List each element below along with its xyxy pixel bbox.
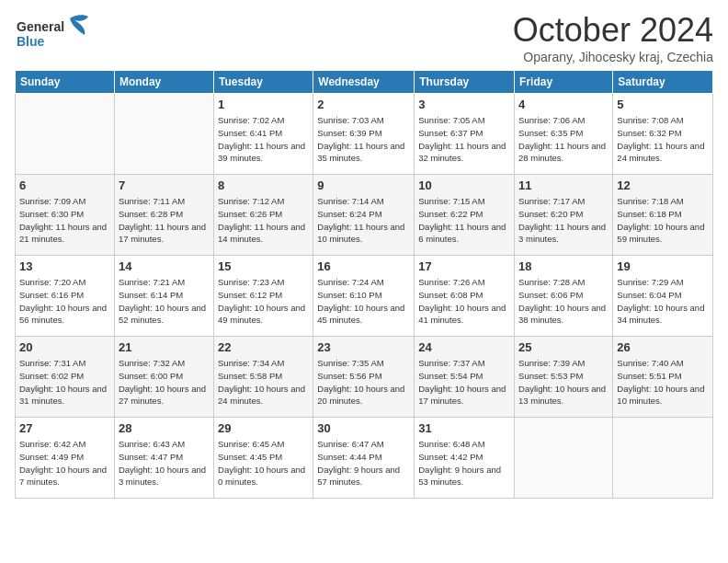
table-row: 23Sunrise: 7:35 AM Sunset: 5:56 PM Dayli… xyxy=(313,337,415,418)
table-row: 31Sunrise: 6:48 AM Sunset: 4:42 PM Dayli… xyxy=(415,418,515,499)
day-info: Sunrise: 7:32 AM Sunset: 6:00 PM Dayligh… xyxy=(119,357,210,408)
table-row: 22Sunrise: 7:34 AM Sunset: 5:58 PM Dayli… xyxy=(214,337,313,418)
table-row: 24Sunrise: 7:37 AM Sunset: 5:54 PM Dayli… xyxy=(415,337,515,418)
day-number: 24 xyxy=(418,339,510,356)
day-info: Sunrise: 6:47 AM Sunset: 4:44 PM Dayligh… xyxy=(317,438,410,488)
table-row: 16Sunrise: 7:24 AM Sunset: 6:10 PM Dayli… xyxy=(313,256,415,337)
day-info: Sunrise: 6:42 AM Sunset: 4:49 PM Dayligh… xyxy=(19,438,110,488)
day-info: Sunrise: 7:37 AM Sunset: 5:54 PM Dayligh… xyxy=(418,357,510,408)
day-number: 5 xyxy=(617,97,709,113)
day-info: Sunrise: 7:14 AM Sunset: 6:24 PM Dayligh… xyxy=(317,195,410,246)
day-number: 31 xyxy=(418,420,510,437)
col-tuesday: Tuesday xyxy=(214,71,313,94)
table-row: 4Sunrise: 7:06 AM Sunset: 6:35 PM Daylig… xyxy=(515,94,613,175)
day-info: Sunrise: 7:26 AM Sunset: 6:08 PM Dayligh… xyxy=(418,276,510,327)
day-number: 27 xyxy=(19,420,110,437)
table-row: 29Sunrise: 6:45 AM Sunset: 4:45 PM Dayli… xyxy=(214,418,313,499)
day-info: Sunrise: 7:11 AM Sunset: 6:28 PM Dayligh… xyxy=(119,195,210,246)
day-number: 12 xyxy=(617,178,709,194)
table-row: 9Sunrise: 7:14 AM Sunset: 6:24 PM Daylig… xyxy=(313,175,415,256)
day-number: 22 xyxy=(218,339,309,356)
col-thursday: Thursday xyxy=(415,71,515,94)
day-info: Sunrise: 7:20 AM Sunset: 6:16 PM Dayligh… xyxy=(19,276,110,327)
day-info: Sunrise: 7:34 AM Sunset: 5:58 PM Dayligh… xyxy=(218,357,309,408)
day-info: Sunrise: 6:43 AM Sunset: 4:47 PM Dayligh… xyxy=(119,438,210,488)
day-number: 26 xyxy=(617,339,709,356)
day-number: 20 xyxy=(19,339,110,356)
table-row: 12Sunrise: 7:18 AM Sunset: 6:18 PM Dayli… xyxy=(613,175,713,256)
calendar-week-1: 1Sunrise: 7:02 AM Sunset: 6:41 PM Daylig… xyxy=(16,94,713,175)
table-row: 30Sunrise: 6:47 AM Sunset: 4:44 PM Dayli… xyxy=(313,418,415,499)
day-info: Sunrise: 7:40 AM Sunset: 5:51 PM Dayligh… xyxy=(617,357,709,408)
page: General Blue October 2024 Oparany, Jihoc… xyxy=(0,0,728,563)
col-wednesday: Wednesday xyxy=(313,71,415,94)
table-row: 21Sunrise: 7:32 AM Sunset: 6:00 PM Dayli… xyxy=(114,337,213,418)
col-monday: Monday xyxy=(114,71,213,94)
title-area: October 2024 Oparany, Jihocesky kraj, Cz… xyxy=(513,11,713,64)
day-info: Sunrise: 7:15 AM Sunset: 6:22 PM Dayligh… xyxy=(418,195,510,246)
day-info: Sunrise: 7:08 AM Sunset: 6:32 PM Dayligh… xyxy=(617,114,709,165)
table-row: 25Sunrise: 7:39 AM Sunset: 5:53 PM Dayli… xyxy=(515,337,613,418)
logo: General Blue xyxy=(15,11,97,52)
subtitle: Oparany, Jihocesky kraj, Czechia xyxy=(513,50,713,64)
table-row: 28Sunrise: 6:43 AM Sunset: 4:47 PM Dayli… xyxy=(114,418,213,499)
day-info: Sunrise: 7:18 AM Sunset: 6:18 PM Dayligh… xyxy=(617,195,709,246)
table-row: 26Sunrise: 7:40 AM Sunset: 5:51 PM Dayli… xyxy=(613,337,713,418)
day-info: Sunrise: 7:31 AM Sunset: 6:02 PM Dayligh… xyxy=(19,357,110,408)
table-row: 13Sunrise: 7:20 AM Sunset: 6:16 PM Dayli… xyxy=(16,256,115,337)
table-row: 6Sunrise: 7:09 AM Sunset: 6:30 PM Daylig… xyxy=(16,175,115,256)
day-info: Sunrise: 7:23 AM Sunset: 6:12 PM Dayligh… xyxy=(218,276,309,327)
day-number: 6 xyxy=(19,178,110,194)
day-number: 8 xyxy=(218,178,309,194)
table-row: 10Sunrise: 7:15 AM Sunset: 6:22 PM Dayli… xyxy=(415,175,515,256)
table-row xyxy=(114,94,213,175)
table-row: 19Sunrise: 7:29 AM Sunset: 6:04 PM Dayli… xyxy=(613,256,713,337)
svg-text:General: General xyxy=(17,19,64,34)
day-number: 19 xyxy=(617,259,709,275)
day-number: 16 xyxy=(317,259,410,275)
table-row: 2Sunrise: 7:03 AM Sunset: 6:39 PM Daylig… xyxy=(313,94,415,175)
header: General Blue October 2024 Oparany, Jihoc… xyxy=(15,11,713,64)
day-number: 15 xyxy=(218,259,309,275)
day-info: Sunrise: 7:29 AM Sunset: 6:04 PM Dayligh… xyxy=(617,276,709,327)
table-row xyxy=(515,418,613,499)
calendar-week-3: 13Sunrise: 7:20 AM Sunset: 6:16 PM Dayli… xyxy=(16,256,713,337)
table-row: 1Sunrise: 7:02 AM Sunset: 6:41 PM Daylig… xyxy=(214,94,313,175)
day-info: Sunrise: 7:35 AM Sunset: 5:56 PM Dayligh… xyxy=(317,357,410,408)
day-number: 29 xyxy=(218,420,309,437)
day-number: 11 xyxy=(518,178,609,194)
table-row: 27Sunrise: 6:42 AM Sunset: 4:49 PM Dayli… xyxy=(16,418,115,499)
calendar-table: Sunday Monday Tuesday Wednesday Thursday… xyxy=(15,70,713,499)
day-info: Sunrise: 7:03 AM Sunset: 6:39 PM Dayligh… xyxy=(317,114,410,165)
day-number: 13 xyxy=(19,259,110,275)
day-info: Sunrise: 7:09 AM Sunset: 6:30 PM Dayligh… xyxy=(19,195,110,246)
day-info: Sunrise: 6:45 AM Sunset: 4:45 PM Dayligh… xyxy=(218,438,309,488)
col-sunday: Sunday xyxy=(16,71,115,94)
day-info: Sunrise: 7:24 AM Sunset: 6:10 PM Dayligh… xyxy=(317,276,410,327)
day-info: Sunrise: 7:02 AM Sunset: 6:41 PM Dayligh… xyxy=(218,114,309,165)
day-info: Sunrise: 7:17 AM Sunset: 6:20 PM Dayligh… xyxy=(518,195,609,246)
col-saturday: Saturday xyxy=(613,71,713,94)
day-number: 4 xyxy=(518,97,609,113)
table-row xyxy=(613,418,713,499)
table-row: 8Sunrise: 7:12 AM Sunset: 6:26 PM Daylig… xyxy=(214,175,313,256)
day-number: 7 xyxy=(119,178,210,194)
month-title: October 2024 xyxy=(513,11,713,50)
day-number: 14 xyxy=(119,259,210,275)
table-row xyxy=(16,94,115,175)
day-info: Sunrise: 7:21 AM Sunset: 6:14 PM Dayligh… xyxy=(119,276,210,327)
table-row: 3Sunrise: 7:05 AM Sunset: 6:37 PM Daylig… xyxy=(415,94,515,175)
day-number: 28 xyxy=(119,420,210,437)
day-number: 21 xyxy=(119,339,210,356)
day-info: Sunrise: 7:05 AM Sunset: 6:37 PM Dayligh… xyxy=(418,114,510,165)
day-number: 3 xyxy=(418,97,510,113)
table-row: 15Sunrise: 7:23 AM Sunset: 6:12 PM Dayli… xyxy=(214,256,313,337)
svg-text:Blue: Blue xyxy=(17,34,45,49)
calendar-week-2: 6Sunrise: 7:09 AM Sunset: 6:30 PM Daylig… xyxy=(16,175,713,256)
col-friday: Friday xyxy=(515,71,613,94)
day-info: Sunrise: 7:12 AM Sunset: 6:26 PM Dayligh… xyxy=(218,195,309,246)
day-number: 2 xyxy=(317,97,410,113)
day-info: Sunrise: 7:28 AM Sunset: 6:06 PM Dayligh… xyxy=(518,276,609,327)
day-number: 18 xyxy=(518,259,609,275)
day-number: 17 xyxy=(418,259,510,275)
